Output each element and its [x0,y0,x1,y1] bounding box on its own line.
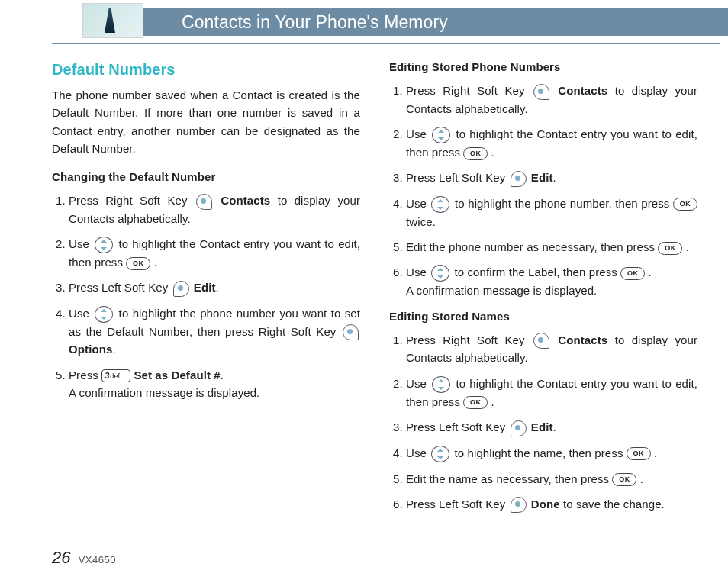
subheading-edit-names: Editing Stored Names [389,308,697,325]
text: . [654,446,657,459]
text: . [491,146,494,159]
text: . [154,256,157,269]
text: Press [69,369,98,382]
text: Edit the name as necessary, then press [406,472,609,485]
content-area: Default Numbers The phone number saved w… [0,37,728,520]
subheading-edit-numbers: Editing Stored Phone Numbers [389,58,697,76]
steps-edit-names: Press Right Soft Key Contacts to display… [389,331,697,513]
header-rule [52,43,720,44]
text: Press Right Soft Key [406,84,525,97]
right-softkey-icon [343,324,359,340]
text: . [648,266,651,279]
step: Use to highlight the phone number you wa… [69,304,360,359]
text: . [553,171,556,184]
ok-key-icon: OK [627,447,651,460]
text: . [553,420,556,433]
text: Press Left Soft Key [406,171,505,184]
label-options: Options [69,343,112,356]
ok-key-icon: OK [658,242,682,255]
step: Use to highlight the Contact entry you w… [406,375,697,411]
left-softkey-icon [173,281,189,297]
text: twice. [406,215,436,228]
text: . [112,343,115,356]
label-edit: Edit [531,420,553,433]
label-edit: Edit [531,171,553,184]
text: to save the change. [563,498,665,511]
step: Use to confirm the Label, then press OK … [406,263,697,299]
right-softkey-icon [533,333,549,349]
text: to confirm the Label, then press [455,266,617,279]
left-softkey-icon [511,171,527,187]
right-softkey-icon [533,84,549,100]
nav-key-icon [432,376,450,393]
text: Use [406,266,427,279]
step: Press Left Soft Key Done to save the cha… [406,495,697,514]
text: Press Right Soft Key [69,194,188,207]
nav-key-icon [432,127,450,143]
ok-key-icon: OK [126,257,150,270]
text: Use [69,307,89,320]
text: to highlight the phone number, then pres… [455,197,669,210]
step: Press 3def Set as Default #. A confirmat… [69,366,360,402]
step: Use to highlight the Contact entry you w… [406,125,697,161]
footer: 26 VX4650 [52,548,116,568]
text: . [216,281,219,294]
step: Press Right Soft Key Contacts to display… [406,331,697,367]
left-softkey-icon [511,420,527,436]
label-done: Done [531,498,560,511]
right-column: Editing Stored Phone Numbers Press Right… [389,58,697,520]
page-number: 26 [52,548,71,568]
text: Use [406,127,427,140]
nav-key-icon [431,196,449,213]
text: Press Left Soft Key [406,498,505,511]
label-contacts: Contacts [221,194,270,207]
step: Use to highlight the name, then press OK… [406,444,697,462]
ok-key-icon: OK [612,473,636,486]
label-edit: Edit [194,281,216,294]
text: A confirmation message is displayed. [69,386,259,399]
step: Press Left Soft Key Edit. [69,279,360,297]
text: . [221,369,224,382]
ok-key-icon: OK [463,147,488,160]
model-number: VX4650 [79,554,116,565]
step: Use to highlight the phone number, then … [406,195,697,230]
page-title-banner: Contacts in Your Phone's Memory [143,8,728,36]
label-contacts: Contacts [558,333,607,346]
section-heading: Default Numbers [52,58,360,82]
text: Press Left Soft Key [406,420,505,433]
text: Edit the phone number as necessary, then… [406,240,655,253]
nav-key-icon [95,306,113,323]
step: Edit the name as necessary, then press O… [406,470,697,488]
subheading-change-default: Changing the Default Number [52,168,360,185]
text: Press Left Soft Key [69,281,168,294]
ok-key-icon: OK [463,396,488,409]
text: Press Right Soft Key [406,333,525,346]
text: . [640,472,643,485]
nav-key-icon [95,237,113,253]
header: Contacts in Your Phone's Memory [0,0,728,37]
number-3-key-icon: 3def [101,369,130,382]
label-set-default: Set as Default # [134,369,220,382]
text: A confirmation message is displayed. [406,284,597,297]
text: Use [406,377,427,390]
steps-edit-numbers: Press Right Soft Key Contacts to display… [389,82,697,299]
ok-key-icon: OK [673,198,697,211]
footer-rule [52,546,697,546]
steps-change-default: Press Right Soft Key Contacts to display… [52,192,360,401]
step: Press Right Soft Key Contacts to display… [69,192,360,227]
left-column: Default Numbers The phone number saved w… [52,58,360,520]
text: Use [406,197,427,210]
step: Press Right Soft Key Contacts to display… [406,82,697,118]
right-softkey-icon [196,194,212,210]
text: Use [69,237,89,250]
intro-paragraph: The phone number saved when a Contact is… [52,86,360,157]
nav-key-icon [431,446,449,462]
step: Edit the phone number as necessary, then… [406,238,697,256]
step: Press Left Soft Key Edit. [406,169,697,187]
header-photo [82,3,143,38]
ok-key-icon: OK [620,267,645,280]
left-softkey-icon [511,497,527,513]
text: . [686,240,689,253]
text: Use [406,446,427,459]
text: to highlight the name, then press [455,446,623,459]
